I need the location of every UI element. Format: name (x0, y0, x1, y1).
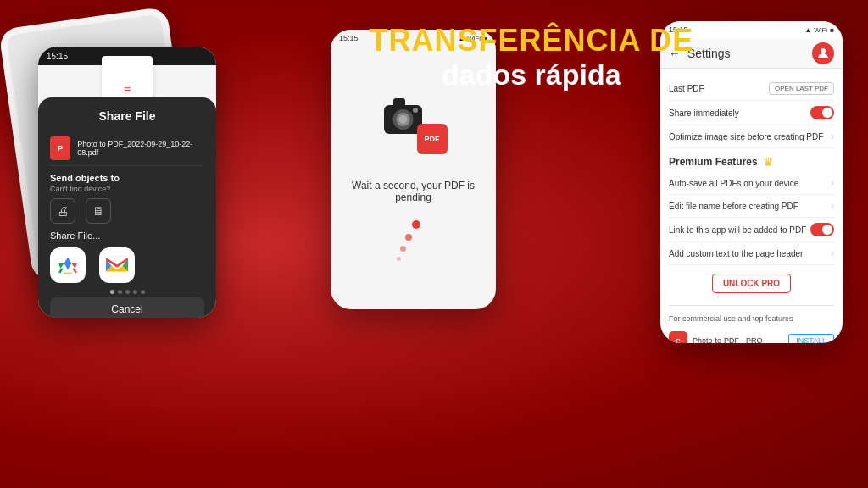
share-immediately-toggle[interactable] (810, 106, 834, 119)
phone-left-main: 15:15 ≡ Share File P Photo to PDF_2022-0… (38, 47, 216, 318)
spinner-dot-1 (412, 220, 420, 229)
settings-content: Last PDF OPEN LAST PDF Share immediately… (660, 69, 843, 343)
dot-4 (133, 290, 137, 294)
unlock-pro-button[interactable]: UNLOCK PRO (712, 274, 791, 293)
open-last-pdf-button[interactable]: OPEN LAST PDF (769, 82, 834, 95)
loading-spinner (398, 220, 420, 261)
app-install-row: P Photo-to-PDF - PRO INSTALL (669, 328, 834, 343)
share-immediately-row: Share immediately (669, 101, 834, 125)
add-custom-text-label: Add custom text to the page header (669, 249, 803, 258)
link-to-app-row: Link to this app will be added to PDF (669, 218, 834, 242)
dots-row (50, 290, 204, 294)
header: TRANSFERÊNCIA DE dados rápida (369, 24, 693, 92)
add-custom-text-row: Add custom text to the page header › (669, 242, 834, 265)
header-line1: TRANSFERÊNCIA DE (369, 24, 693, 58)
pro-app-icon: P (669, 331, 687, 343)
phone-right-signal: ▲ (804, 26, 811, 34)
edit-filename-label: Edit file name before creating PDF (669, 202, 798, 211)
premium-features-label: Premium Features (669, 156, 758, 168)
dot-2 (118, 290, 122, 294)
link-to-app-toggle[interactable] (810, 223, 834, 236)
phone-right-status-icons: ▲ WiFi ■ (804, 26, 834, 34)
app-logo: PDF (380, 95, 448, 154)
gmail-svg (106, 256, 128, 274)
share-modal-title: Share File (50, 109, 204, 123)
dot-5 (141, 290, 145, 294)
app-info: P Photo-to-PDF - PRO (669, 331, 763, 343)
crown-icon: ♛ (763, 155, 774, 169)
monitor-icon[interactable]: 🖥 (86, 198, 111, 224)
spinner-dot-2 (405, 234, 412, 241)
auto-save-label: Auto-save all PDFs on your device (669, 179, 798, 188)
commercial-row: For commercial use and top features (669, 309, 834, 328)
share-apps-row (50, 247, 204, 283)
pdf-badge: PDF (417, 124, 448, 154)
edit-filename-chevron-icon: › (831, 200, 834, 212)
divider (669, 305, 834, 306)
pro-app-name: Photo-to-PDF - PRO (693, 336, 763, 343)
install-button[interactable]: INSTALL (788, 334, 834, 343)
unlock-pro-row: UNLOCK PRO (669, 265, 834, 302)
link-to-app-label: Link to this app will be added to PDF (669, 225, 806, 235)
gmail-icon[interactable] (99, 247, 135, 283)
send-objects-section: Send objects to Can't find device? 🖨 🖥 (50, 173, 204, 224)
optimize-image-label: Optimize image size before creating PDF (669, 132, 823, 141)
gdrive-svg (57, 254, 79, 276)
auto-save-row: Auto-save all PDFs on your device › (669, 172, 834, 195)
send-objects-title: Send objects to (50, 173, 204, 183)
spinner-dot-3 (400, 246, 406, 252)
pending-text: Wait a second, your PDF is pending (348, 180, 479, 203)
print-icon[interactable]: 🖨 (50, 198, 75, 224)
cant-find-device: Can't find device? (50, 185, 204, 193)
pdf-icon: P (50, 136, 70, 160)
last-pdf-row: Last PDF OPEN LAST PDF (669, 77, 834, 101)
google-drive-icon[interactable] (50, 247, 86, 283)
commercial-label: For commercial use and top features (669, 314, 793, 323)
share-file-item: P Photo to PDF_2022-09-29_10-22-08.pdf (50, 131, 204, 166)
svg-rect-5 (393, 98, 405, 107)
nav-title: Settings (687, 47, 805, 60)
premium-features-header: Premium Features ♛ (669, 148, 834, 172)
edit-filename-row: Edit file name before creating PDF › (669, 195, 834, 218)
share-file-label: Share File... (50, 230, 204, 241)
nav-profile-icon[interactable] (812, 42, 834, 64)
spinner-dot-4 (397, 257, 401, 261)
share-modal: Share File P Photo to PDF_2022-09-29_10-… (38, 97, 216, 318)
dot-3 (125, 290, 130, 294)
share-immediately-label: Share immediately (669, 108, 739, 118)
svg-point-4 (398, 115, 407, 124)
phone-left-time: 15:15 (47, 52, 68, 61)
svg-point-7 (821, 48, 826, 53)
share-file-name: Photo to PDF_2022-09-29_10-22-08.pdf (77, 140, 204, 157)
optimize-image-row: Optimize image size before creating PDF … (669, 125, 834, 148)
phone-right-battery: ■ (830, 26, 834, 34)
phone-right-wifi: WiFi (814, 26, 827, 34)
header-line2: dados rápida (369, 58, 693, 92)
cancel-button[interactable]: Cancel (50, 297, 204, 318)
optimize-chevron-icon: › (831, 130, 834, 142)
send-icons-row: 🖨 🖥 (50, 198, 204, 224)
auto-save-chevron-icon: › (831, 177, 834, 189)
svg-point-6 (413, 108, 418, 113)
dot-1 (110, 290, 114, 294)
add-custom-chevron-icon: › (831, 247, 834, 259)
profile-svg (817, 47, 829, 59)
phone-center-time: 15:15 (339, 34, 359, 42)
